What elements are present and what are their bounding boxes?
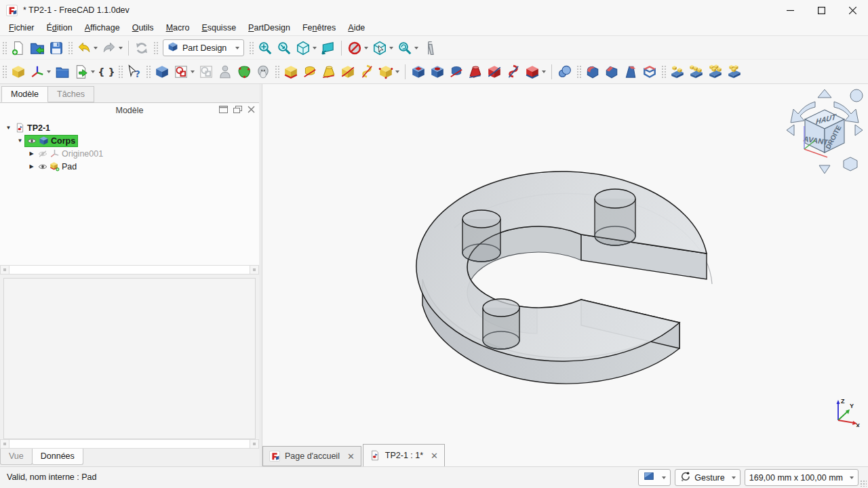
- draft-button[interactable]: [622, 62, 639, 81]
- visibility-hidden-icon[interactable]: [38, 149, 47, 159]
- rotate-view-button[interactable]: [396, 39, 420, 58]
- menu-fichier[interactable]: Fichier: [3, 22, 41, 34]
- toolbar-grip: [249, 41, 254, 55]
- create-body-button[interactable]: [153, 62, 171, 81]
- group-button[interactable]: [54, 62, 71, 81]
- menu-affichage[interactable]: Affichage: [79, 22, 126, 34]
- additive-primitive-button[interactable]: [377, 62, 401, 81]
- measure-button[interactable]: [421, 39, 439, 58]
- pad-button[interactable]: [282, 62, 300, 81]
- 3d-viewport[interactable]: HAUT AVANT DROITE Z Y: [262, 84, 868, 466]
- additive-helix-button[interactable]: [358, 62, 376, 81]
- property-hscrollbar[interactable]: [0, 439, 259, 449]
- std-part-button[interactable]: [9, 62, 27, 81]
- multitransform-button[interactable]: [726, 62, 743, 81]
- subtractive-loft-button[interactable]: [467, 62, 484, 81]
- refresh-button[interactable]: [133, 39, 151, 58]
- view-plane-button[interactable]: [319, 39, 337, 58]
- make-link-button[interactable]: [73, 62, 96, 81]
- freecad-window: * TP2-1 - FreeCAD 1.1.0dev FichierÉditio…: [0, 0, 868, 488]
- dimension-display[interactable]: 169,00 mm x 100,00 mm: [745, 469, 859, 486]
- toolbar-partdesign: { }?: [0, 60, 868, 84]
- thickness-button[interactable]: [641, 62, 658, 81]
- visibility-eye-icon[interactable]: [38, 162, 47, 171]
- panel-float-button[interactable]: [219, 106, 228, 113]
- menu-partdesign[interactable]: PartDesign: [242, 22, 296, 34]
- menu-dition[interactable]: Édition: [41, 22, 79, 34]
- draw-style-button[interactable]: [346, 39, 370, 58]
- undo-button[interactable]: [75, 39, 99, 58]
- tab-donnes[interactable]: Données: [32, 449, 83, 465]
- tab-modle[interactable]: Modèle: [1, 86, 48, 102]
- create-sketch-button[interactable]: [172, 62, 196, 81]
- navigation-style-selector[interactable]: Gesture: [675, 469, 740, 486]
- chamfer-button[interactable]: [603, 62, 620, 81]
- menu-esquisse[interactable]: Esquisse: [195, 22, 242, 34]
- tab-close-icon[interactable]: ✕: [431, 451, 438, 461]
- document-tab-tp211[interactable]: TP2-1 : 1*✕: [363, 444, 445, 466]
- whats-this-button[interactable]: ?: [125, 62, 143, 81]
- tab-close-icon[interactable]: ✕: [347, 451, 355, 462]
- boolean-operation-button[interactable]: [556, 62, 574, 81]
- subtractive-helix-button[interactable]: [505, 62, 522, 81]
- visibility-eye-icon[interactable]: [27, 136, 37, 146]
- fillet-button[interactable]: [584, 62, 601, 81]
- tree-item-corps[interactable]: ▼Corps: [0, 134, 259, 147]
- expression-button[interactable]: { }: [98, 62, 115, 81]
- pocket-button[interactable]: [410, 62, 427, 81]
- redo-button[interactable]: [100, 39, 124, 58]
- revolution-button[interactable]: [301, 62, 319, 81]
- hole-button[interactable]: [429, 62, 446, 81]
- fit-all-button[interactable]: [256, 39, 274, 58]
- render-style-selector[interactable]: [638, 469, 671, 486]
- edit-sketch-button[interactable]: [197, 62, 215, 81]
- datum-button[interactable]: [28, 62, 52, 81]
- subtractive-pipe-button[interactable]: [486, 62, 503, 81]
- tree-item-tp21[interactable]: ▼TP2-1: [0, 121, 259, 134]
- menu-macro[interactable]: Macro: [160, 22, 196, 34]
- tree-item-origine001[interactable]: ▶Origine001: [0, 147, 259, 160]
- panel-header: Modèle: [0, 102, 259, 119]
- map-sketch-to-face-button[interactable]: [235, 62, 253, 81]
- panel-close-button[interactable]: [248, 106, 255, 113]
- polar-pattern-button[interactable]: [707, 62, 724, 81]
- tree-item-pad[interactable]: ▶Pad: [0, 160, 259, 173]
- shape-binder-button[interactable]: [254, 62, 272, 81]
- subtractive-primitive-button[interactable]: [524, 62, 547, 81]
- save-document-button[interactable]: [47, 39, 65, 58]
- new-document-button[interactable]: [9, 39, 27, 58]
- groove-button[interactable]: [448, 62, 465, 81]
- expand-open-icon[interactable]: ▼: [4, 125, 13, 131]
- open-document-button[interactable]: [28, 39, 46, 58]
- window-title: * TP2-1 - FreeCAD 1.1.0dev: [23, 5, 130, 15]
- workbench-selector[interactable]: Part Design: [163, 39, 244, 56]
- expand-closed-icon[interactable]: ▶: [27, 150, 36, 157]
- menu-aide[interactable]: Aide: [342, 22, 371, 34]
- close-button[interactable]: [837, 0, 868, 20]
- maximize-button[interactable]: [806, 0, 837, 20]
- additive-loft-button[interactable]: [320, 62, 338, 81]
- model-panel: ModèleTâches Modèle ▼TP2-1▼Corps▶Origine…: [0, 84, 259, 466]
- box-zoom-button[interactable]: [275, 39, 293, 58]
- navigation-cube-options-button[interactable]: [371, 39, 395, 58]
- minimize-button[interactable]: [774, 0, 806, 20]
- navigation-cube[interactable]: HAUT AVANT DROITE: [784, 87, 865, 176]
- expand-closed-icon[interactable]: ▶: [27, 163, 36, 169]
- additive-pipe-button[interactable]: [339, 62, 357, 81]
- mirrored-button[interactable]: [669, 62, 686, 81]
- tab-tches[interactable]: Tâches: [47, 86, 94, 102]
- model-tree: ▼TP2-1▼Corps▶Origine001▶Pad: [0, 119, 259, 265]
- redo-icon: [102, 41, 117, 56]
- validate-sketch-button[interactable]: [216, 62, 234, 81]
- size-grip[interactable]: [860, 480, 867, 487]
- linear-pattern-button[interactable]: [688, 62, 705, 81]
- padTree-icon: [50, 161, 60, 171]
- panel-popout-button[interactable]: [233, 106, 242, 113]
- axonometric-view-button[interactable]: [294, 39, 318, 58]
- document-tab-pagedaccueil[interactable]: Page d'accueil✕: [262, 446, 361, 466]
- tab-vue[interactable]: Vue: [0, 449, 33, 465]
- menu-fentres[interactable]: Fenêtres: [296, 22, 342, 34]
- expand-open-icon[interactable]: ▼: [16, 138, 24, 144]
- tree-hscrollbar[interactable]: [0, 265, 259, 274]
- menu-outils[interactable]: Outils: [126, 22, 160, 34]
